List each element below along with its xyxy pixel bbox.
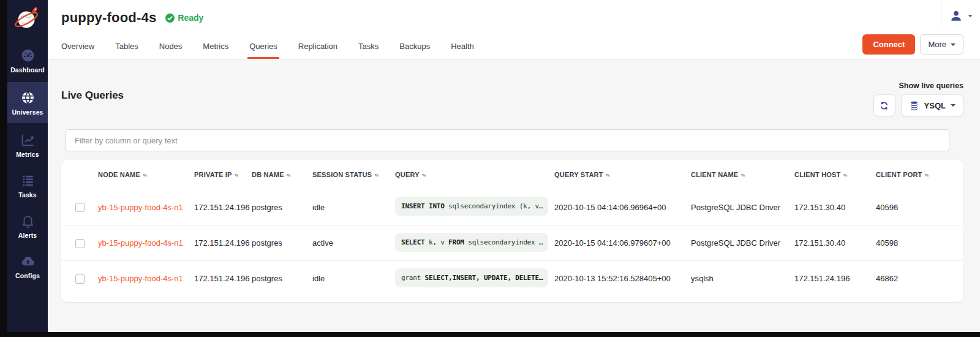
sort-icon[interactable]: ▾▴ [925, 172, 929, 178]
column-header-query[interactable]: QUERY▾▴ [395, 171, 554, 178]
column-header-client-port[interactable]: CLIENT PORT▾▴ [876, 171, 963, 178]
query-text[interactable]: SELECT k, v FROM sqlsecondaryindex … [395, 233, 548, 252]
tab-queries[interactable]: Queries [249, 42, 277, 59]
cloud-upload-icon [20, 254, 36, 269]
private-ip-cell: 172.151.24.196 [194, 203, 252, 212]
universe-topbar: puppy-food-4s Ready OverviewTablesNodesM… [48, 0, 980, 59]
sort-icon[interactable]: ▾▴ [422, 172, 426, 178]
tab-replication[interactable]: Replication [298, 42, 337, 59]
tab-overview[interactable]: Overview [61, 42, 94, 59]
column-header-query-start[interactable]: QUERY START▾▴ [554, 171, 691, 178]
column-header-db-name[interactable]: DB NAME▾▴ [252, 171, 312, 178]
sidebar-item-dashboard[interactable]: Dashboard [7, 42, 48, 79]
sort-icon[interactable]: ▾▴ [287, 172, 290, 178]
chevron-down-icon [968, 15, 972, 19]
client-port-cell: 40596 [876, 203, 963, 212]
yugabyte-logo[interactable] [12, 3, 43, 35]
sort-icon[interactable]: ▾▴ [235, 172, 238, 178]
client-name-cell: ysqlsh [691, 274, 794, 283]
sidebar-item-universes[interactable]: Universes [7, 82, 48, 123]
client-name-cell: PostgreSQL JDBC Driver [691, 203, 794, 212]
sidebar-item-label: Tasks [18, 191, 37, 199]
sidebar-item-metrics[interactable]: Metrics [7, 126, 48, 164]
tab-nodes[interactable]: Nodes [159, 42, 183, 59]
page-title: puppy-food-4s [61, 10, 156, 26]
live-queries-table: NODE NAME▾▴PRIVATE IP▾▴DB NAME▾▴SESSION … [61, 160, 963, 302]
universe-tabs: OverviewTablesNodesMetricsQueriesReplica… [61, 42, 474, 59]
sort-icon[interactable]: ▾▴ [374, 172, 378, 178]
tab-tables[interactable]: Tables [115, 42, 138, 59]
list-icon [20, 173, 36, 188]
refresh-button[interactable] [873, 94, 895, 116]
globe-icon [20, 90, 36, 105]
sidebar-nav: DashboardUniversesMetricsTasksAlertsConf… [7, 39, 48, 285]
sidebar-item-label: Configs [15, 272, 40, 279]
sidebar-item-label: Universes [12, 108, 43, 116]
sidebar-item-label: Alerts [18, 232, 37, 239]
column-header-private-ip[interactable]: PRIVATE IP▾▴ [194, 171, 252, 178]
bell-icon [20, 213, 36, 229]
sidebar-item-configs[interactable]: Configs [7, 248, 48, 285]
query-controls: Show live queries [873, 81, 963, 116]
db-name-cell: postgres [252, 274, 312, 283]
table-row: yb-15-puppy-food-4s-n1172.151.24.196post… [61, 225, 963, 260]
show-live-queries-label: Show live queries [899, 81, 963, 90]
tab-health[interactable]: Health [451, 42, 474, 59]
user-menu[interactable] [949, 9, 972, 23]
check-circle-icon [165, 13, 175, 23]
column-header-client-name[interactable]: CLIENT NAME▾▴ [691, 171, 794, 178]
sort-icon[interactable]: ▾▴ [606, 172, 609, 178]
sort-icon[interactable]: ▾▴ [741, 172, 744, 178]
chevron-down-icon [951, 44, 956, 48]
user-icon [949, 9, 963, 23]
query-start-cell: 2020-10-15 04:14:06.96964+00 [554, 203, 691, 212]
client-host-cell: 172.151.30.40 [794, 203, 876, 212]
tab-tasks[interactable]: Tasks [358, 42, 379, 59]
table-row: yb-15-puppy-food-4s-n1172.151.24.196post… [61, 260, 963, 296]
sort-icon[interactable]: ▾▴ [143, 172, 146, 178]
query-text[interactable]: grant SELECT,INSERT, UPDATE, DELETE… [395, 268, 548, 287]
topbar-divider [941, 0, 941, 28]
sort-icon[interactable]: ▾▴ [843, 172, 847, 178]
tab-metrics[interactable]: Metrics [203, 42, 228, 59]
node-name-link[interactable]: yb-15-puppy-food-4s-n1 [98, 203, 183, 212]
session-status-cell: idle [312, 203, 395, 212]
private-ip-cell: 172.151.24.196 [194, 274, 252, 283]
main-area: puppy-food-4s Ready OverviewTablesNodesM… [48, 0, 980, 332]
sidebar-item-alerts[interactable]: Alerts [7, 207, 48, 244]
table-row: yb-15-puppy-food-4s-n1172.151.24.196post… [61, 189, 963, 225]
live-queries-panel: Live Queries Show live queries [48, 59, 980, 332]
client-name-cell: PostgreSQL JDBC Driver [691, 238, 794, 248]
query-text[interactable]: INSERT INTO sqlsecondaryindex (k, v… [395, 197, 548, 216]
row-checkbox[interactable] [75, 203, 85, 212]
client-port-cell: 40598 [876, 238, 963, 248]
column-header-session-status[interactable]: SESSION STATUS▾▴ [312, 171, 395, 178]
connect-button[interactable]: Connect [862, 34, 915, 55]
db-name-cell: postgres [252, 238, 312, 248]
tab-backups[interactable]: Backups [399, 42, 430, 59]
column-header-client-host[interactable]: CLIENT HOST▾▴ [794, 171, 876, 178]
gauge-icon [20, 48, 36, 63]
node-name-link[interactable]: yb-15-puppy-food-4s-n1 [98, 274, 183, 283]
query-start-cell: 2020-10-13 15:52:16.528405+00 [554, 274, 691, 283]
row-checkbox[interactable] [75, 275, 85, 284]
query-filter-input[interactable] [66, 129, 949, 151]
topbar-actions: Connect More [862, 34, 963, 55]
live-queries-heading: Live Queries [61, 89, 124, 102]
column-header-node-name[interactable]: NODE NAME▾▴ [98, 171, 194, 178]
node-name-link[interactable]: yb-15-puppy-food-4s-n1 [98, 238, 183, 248]
private-ip-cell: 172.151.24.196 [194, 238, 252, 248]
status-badge: Ready [165, 13, 203, 23]
sidebar-item-label: Metrics [16, 151, 39, 158]
api-selector-dropdown[interactable]: YSQL [901, 94, 963, 116]
session-status-cell: idle [312, 274, 395, 283]
sidebar-item-tasks[interactable]: Tasks [7, 167, 48, 204]
client-port-cell: 46862 [876, 274, 963, 283]
sidebar: DashboardUniversesMetricsTasksAlertsConf… [7, 0, 48, 332]
database-icon [909, 100, 919, 111]
more-button[interactable]: More [920, 34, 963, 55]
refresh-icon [879, 100, 889, 111]
chevron-down-icon [951, 104, 956, 109]
row-checkbox[interactable] [75, 239, 85, 248]
db-name-cell: postgres [252, 203, 312, 212]
